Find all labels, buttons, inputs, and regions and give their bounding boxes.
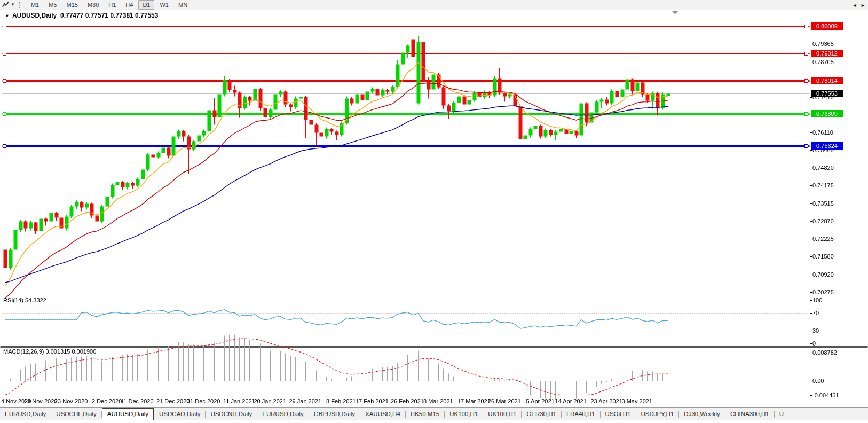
date-label: 8 Feb 2021 xyxy=(326,398,356,404)
chart-ohlc: 0.77477 0.77571 0.77381 0.77553 xyxy=(60,12,159,19)
tab-usoil-h1[interactable]: USOil,H1 xyxy=(601,408,636,420)
chart-tab-bar: EURUSD,DailyUSDCHF,DailyAUDUSD,DailyUSDC… xyxy=(0,407,868,420)
date-label: 29 Jan 2021 xyxy=(289,398,322,404)
chart-tools-icon[interactable] xyxy=(1,1,11,9)
rsi-tick-label: 70 xyxy=(812,310,819,316)
rsi-tick-label: 100 xyxy=(812,297,822,303)
date-label: 20 Jan 2021 xyxy=(254,398,287,404)
price-tick-label: 0.71580 xyxy=(812,253,834,260)
date-label: 11 Jan 2021 xyxy=(223,398,255,404)
date-label: 26 Mar 2021 xyxy=(488,398,521,404)
date-label: 3 May 2021 xyxy=(622,398,652,404)
tab-scroll-arrows[interactable]: ◄ ► xyxy=(851,3,866,8)
price-tick-label: 0.70275 xyxy=(812,289,834,295)
timeframe-button-M1[interactable]: M1 xyxy=(27,0,43,10)
timeframe-button-H4[interactable]: H4 xyxy=(121,0,137,10)
rsi-tick-label: 30 xyxy=(812,327,819,334)
date-label: 17 Mar 2021 xyxy=(457,398,491,404)
timeframe-toolbar: ▼ M1M5M15M30H1H4D1W1MN xyxy=(0,0,868,10)
price-tick-label: 0.72225 xyxy=(812,236,834,242)
macd-tick-label: -0.004451 xyxy=(812,392,839,398)
tab-ger30-h1[interactable]: GER30,H1 xyxy=(522,408,561,420)
timeframe-button-M5[interactable]: M5 xyxy=(44,0,61,10)
chart-symbol: AUDUSD,Daily xyxy=(12,12,57,19)
tab-uk100-h1[interactable]: UK100,H1 xyxy=(445,408,483,420)
tab-china300-h1[interactable]: CHINA300,H1 xyxy=(725,408,774,420)
toolbar-grip[interactable] xyxy=(19,2,23,8)
mt4-chart-window: ▼ M1M5M15M30H1H4D1W1MN ▼AUDUSD,Daily 0.7… xyxy=(0,0,868,423)
price-chart-canvas[interactable] xyxy=(0,0,868,423)
rsi-label: RSI(14) 54.3322 xyxy=(3,297,46,303)
tab-eurusd-daily[interactable]: EURUSD,Daily xyxy=(0,408,51,420)
price-line-badge: 0.76809 xyxy=(811,110,843,118)
tab-fra40-h1[interactable]: FRA40,H1 xyxy=(562,408,600,420)
macd-tick-label: 0.00 xyxy=(812,378,824,384)
price-tick-label: 0.74175 xyxy=(812,182,834,189)
price-line-badge: 0.77553 xyxy=(811,90,843,97)
price-tick-label: 0.78705 xyxy=(812,59,834,65)
date-label: 26 Feb 2021 xyxy=(391,398,424,404)
price-tick-label: 0.70920 xyxy=(812,271,834,278)
price-tick-label: 0.76110 xyxy=(812,129,833,136)
rsi-tick-label: 0 xyxy=(812,340,816,347)
timeframe-button-MN[interactable]: MN xyxy=(174,0,192,10)
date-label: 23 Apr 2021 xyxy=(591,398,622,404)
timeframe-button-M15[interactable]: M15 xyxy=(62,0,82,10)
tab-audusd-daily[interactable]: AUDUSD,Daily xyxy=(102,408,154,420)
tab-usdchf-daily[interactable]: USDCHF,Daily xyxy=(51,408,101,420)
tab-usdjpy-h1[interactable]: USDJPY,H1 xyxy=(636,408,679,420)
price-tick-label: 0.73515 xyxy=(812,200,834,207)
date-label: 11 Dec 2020 xyxy=(121,398,154,404)
date-label: 13 Nov 2020 xyxy=(24,398,57,404)
price-tick-label: 0.79365 xyxy=(812,41,834,47)
timeframe-button-D1[interactable]: D1 xyxy=(138,0,154,10)
date-label: 2 Dec 2020 xyxy=(92,398,122,404)
timeframe-button-H1[interactable]: H1 xyxy=(104,0,120,10)
macd-tick-label: 0.008782 xyxy=(812,349,837,356)
tab-uk100-h1[interactable]: UK100,H1 xyxy=(483,408,521,420)
date-label: 23 Nov 2020 xyxy=(54,398,88,404)
tab-dj30-weekly[interactable]: DJ30,Weekly xyxy=(679,408,725,420)
tab-usdcad-daily[interactable]: USDCAD,Daily xyxy=(154,408,205,420)
tab-xauusd-h4[interactable]: XAUUSD,H4 xyxy=(360,408,405,420)
price-tick-label: 0.72870 xyxy=(812,218,834,224)
price-line-badge: 0.78014 xyxy=(811,77,843,84)
triangle-down-icon[interactable]: ▼ xyxy=(5,13,10,19)
tab-gbpusd-daily[interactable]: GBPUSD,Daily xyxy=(309,408,360,420)
chevron-down-icon[interactable]: ▼ xyxy=(11,1,15,9)
tab-hk50-m15[interactable]: HK50,M15 xyxy=(406,408,444,420)
price-line-badge: 0.80009 xyxy=(811,22,843,30)
timeframe-button-M30[interactable]: M30 xyxy=(83,0,103,10)
price-tick-label: 0.74820 xyxy=(812,164,834,171)
date-label: 8 Mar 2021 xyxy=(423,398,453,404)
date-label: 17 Feb 2021 xyxy=(356,398,389,404)
date-label: 5 Apr 2021 xyxy=(526,398,555,404)
tab-eurusd-daily[interactable]: EURUSD,Daily xyxy=(257,408,308,420)
timeframe-buttons: M1M5M15M30H1H4D1W1MN xyxy=(26,0,192,10)
date-label: 14 Apr 2021 xyxy=(555,398,587,404)
macd-label: MACD(12,26,9) 0.001315 0.001900 xyxy=(3,348,96,355)
price-line-badge: 0.79012 xyxy=(811,50,843,57)
date-label: 21 Dec 2020 xyxy=(156,398,190,404)
timeframe-button-W1[interactable]: W1 xyxy=(155,0,173,10)
tab-u[interactable]: U xyxy=(775,408,788,420)
chart-title: ▼AUDUSD,Daily 0.77477 0.77571 0.77381 0.… xyxy=(5,12,158,19)
date-label: 31 Dec 2020 xyxy=(187,398,220,404)
scroll-left-icon: ◄ ► xyxy=(853,3,866,8)
price-line-badge: 0.75624 xyxy=(811,142,843,150)
tab-usdcnh-daily[interactable]: USDCNH,Daily xyxy=(206,408,257,420)
